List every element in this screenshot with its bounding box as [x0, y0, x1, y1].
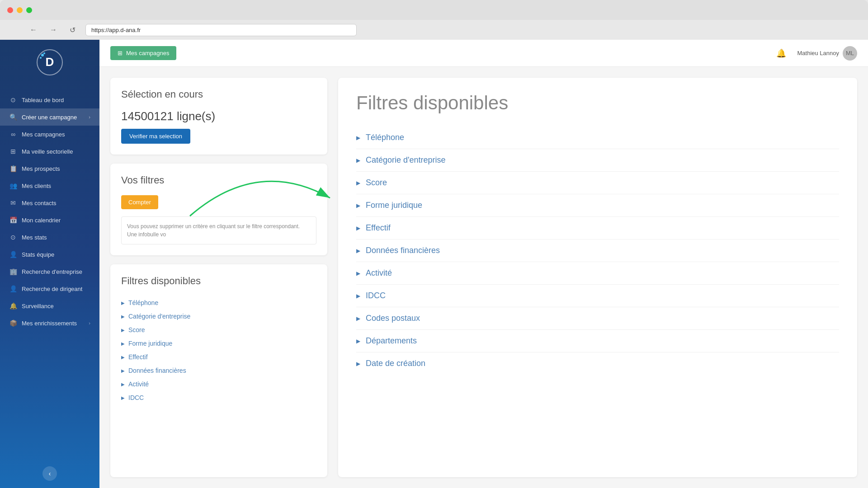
- triangle-right-icon: ▶: [121, 355, 125, 360]
- filtre-donnees-left[interactable]: ▶ Données financières: [121, 364, 316, 377]
- sidebar-item-mes-stats[interactable]: ⊙ Mes stats: [0, 229, 99, 246]
- compter-button[interactable]: Compter: [121, 195, 158, 209]
- right-filtre-label: Activité: [366, 268, 392, 278]
- right-filtre-forme[interactable]: ▶ Forme juridique: [356, 194, 839, 217]
- filtre-label: Effectif: [128, 353, 148, 361]
- triangle-right-icon: ▶: [356, 135, 360, 141]
- right-filtre-date-creation[interactable]: ▶ Date de création: [356, 352, 839, 375]
- filtres-disponibles-right: Filtres disponibles ▶ Téléphone ▶ Catégo…: [338, 78, 857, 477]
- sidebar-item-ma-veille[interactable]: ⊞ Ma veille sectorielle: [0, 143, 99, 160]
- app-container: D ⊙ Tableau de bord 🔍 Créer une campagne…: [0, 40, 868, 488]
- triangle-right-icon: ▶: [356, 361, 360, 367]
- filtre-telephone-left[interactable]: ▶ Téléphone: [121, 296, 316, 310]
- filtres-title: Vos filtres: [121, 174, 316, 186]
- filtre-label: Catégorie d'entreprise: [128, 313, 190, 320]
- right-filtre-label: Score: [366, 178, 387, 188]
- selection-card: Sélection en cours 14500121 ligne(s) Ver…: [110, 78, 327, 155]
- content-wrapper: Sélection en cours 14500121 ligne(s) Ver…: [99, 67, 868, 488]
- right-filtre-categorie[interactable]: ▶ Catégorie d'entreprise: [356, 149, 839, 172]
- right-filtre-effectif[interactable]: ▶ Effectif: [356, 217, 839, 239]
- mes-campagnes-button[interactable]: ⊞ Mes campagnes: [110, 46, 176, 60]
- sidebar-item-mon-calendrier[interactable]: 📅 Mon calendrier: [0, 211, 99, 229]
- company-icon: 🏢: [9, 268, 17, 275]
- sidebar-nav: ⊙ Tableau de bord 🔍 Créer une campagne ›…: [0, 87, 99, 459]
- sidebar-item-recherche-entreprise[interactable]: 🏢 Recherche d'entreprise: [0, 263, 99, 280]
- sidebar-item-mes-campagnes[interactable]: ∞ Mes campagnes: [0, 126, 99, 143]
- filtre-label: Forme juridique: [128, 340, 172, 347]
- sidebar-item-stats-equipe[interactable]: 👤 Stats équipe: [0, 246, 99, 263]
- verify-selection-button[interactable]: Verifier ma selection: [121, 129, 190, 144]
- collapse-sidebar-button[interactable]: ‹: [42, 466, 57, 481]
- grid-icon: ⊞: [118, 50, 123, 56]
- filtre-label: Téléphone: [128, 299, 158, 306]
- sidebar-item-recherche-dirigeant[interactable]: 👤 Recherche de dirigeant: [0, 280, 99, 297]
- mes-campagnes-label: Mes campagnes: [126, 50, 169, 56]
- filtre-score-left[interactable]: ▶ Score: [121, 323, 316, 337]
- bell-icon: 🔔: [9, 302, 17, 310]
- sidebar-item-mes-clients[interactable]: 👥 Mes clients: [0, 177, 99, 194]
- traffic-light-green[interactable]: [26, 7, 32, 13]
- sidebar-item-mes-prospects[interactable]: 📋 Mes prospects: [0, 160, 99, 177]
- filtre-categorie-left[interactable]: ▶ Catégorie d'entreprise: [121, 310, 316, 323]
- triangle-right-icon: ▶: [356, 202, 360, 209]
- filtre-idcc-left[interactable]: ▶ IDCC: [121, 391, 316, 404]
- main-content: ⊞ Mes campagnes 🔔 Mathieu Lannoy ML Séle…: [99, 40, 868, 488]
- back-button[interactable]: ←: [27, 24, 40, 36]
- triangle-right-icon: ▶: [356, 293, 360, 299]
- right-filtre-label: Catégorie d'entreprise: [366, 155, 446, 165]
- selection-title: Sélection en cours: [121, 89, 316, 100]
- sidebar-item-tableau-de-bord[interactable]: ⊙ Tableau de bord: [0, 91, 99, 108]
- sidebar-item-label: Mes clients: [22, 183, 51, 189]
- triangle-right-icon: ▶: [121, 382, 125, 387]
- right-filtre-label: Codes postaux: [366, 314, 420, 323]
- sidebar-item-label: Mes prospects: [22, 165, 60, 172]
- triangle-right-icon: ▶: [356, 315, 360, 322]
- right-filtre-label: Effectif: [366, 223, 391, 233]
- forward-button[interactable]: →: [47, 24, 60, 36]
- triangle-right-icon: ▶: [356, 180, 360, 186]
- filtre-activite-left[interactable]: ▶ Activité: [121, 377, 316, 391]
- triangle-right-icon: ▶: [121, 395, 125, 400]
- filtre-forme-left[interactable]: ▶ Forme juridique: [121, 337, 316, 350]
- right-filtre-score[interactable]: ▶ Score: [356, 172, 839, 194]
- right-filtre-idcc[interactable]: ▶ IDCC: [356, 285, 839, 307]
- traffic-light-yellow[interactable]: [17, 7, 23, 13]
- right-filtre-departements[interactable]: ▶ Départements: [356, 330, 839, 352]
- sidebar-item-creer-campagne[interactable]: 🔍 Créer une campagne ›: [0, 108, 99, 126]
- sidebar-item-label: Recherche d'entreprise: [22, 268, 82, 275]
- right-filtre-donnees[interactable]: ▶ Données financières: [356, 239, 839, 262]
- refresh-button[interactable]: ↺: [67, 24, 78, 36]
- user-menu[interactable]: Mathieu Lannoy ML: [797, 46, 857, 61]
- triangle-right-icon: ▶: [121, 341, 125, 346]
- team-icon: 👤: [9, 251, 17, 258]
- sidebar-item-label: Mon calendrier: [22, 217, 61, 224]
- triangle-right-icon: ▶: [121, 314, 125, 319]
- triangle-right-icon: ▶: [356, 338, 360, 344]
- browser-titlebar: [0, 0, 868, 20]
- filtres-disponibles-left: Filtres disponibles ▶ Téléphone ▶ Catégo…: [110, 264, 327, 477]
- sidebar-item-mes-contacts[interactable]: ✉ Mes contacts: [0, 194, 99, 211]
- sidebar-item-mes-enrichissements[interactable]: 📦 Mes enrichissements ›: [0, 314, 99, 332]
- right-filtre-codes-postaux[interactable]: ▶ Codes postaux: [356, 307, 839, 330]
- sidebar-item-label: Surveillance: [22, 303, 54, 310]
- filtres-hint: Vous pouvez supprimer un critère en cliq…: [121, 216, 316, 244]
- traffic-light-red[interactable]: [7, 7, 13, 13]
- sidebar-item-label: Mes contacts: [22, 200, 57, 206]
- notification-bell-icon[interactable]: 🔔: [776, 48, 786, 58]
- browser-addressbar: ← → ↺: [0, 20, 868, 40]
- sidebar-item-label: Mes stats: [22, 234, 47, 241]
- sidebar-item-label: Ma veille sectorielle: [22, 148, 73, 155]
- filtre-label: Activité: [128, 380, 149, 388]
- filtre-effectif-left[interactable]: ▶ Effectif: [121, 350, 316, 364]
- sidebar-logo: D: [0, 40, 99, 87]
- right-filtre-telephone[interactable]: ▶ Téléphone: [356, 127, 839, 149]
- right-filtre-label: Téléphone: [366, 133, 404, 142]
- ligne-count: 14500121 ligne(s): [121, 109, 316, 123]
- svg-point-4: [43, 52, 45, 54]
- svg-text:D: D: [46, 55, 54, 69]
- sidebar-item-label: Tableau de bord: [22, 97, 64, 103]
- url-bar[interactable]: [85, 24, 357, 36]
- campagnes-icon: ∞: [9, 131, 17, 138]
- sidebar-item-surveillance[interactable]: 🔔 Surveillance: [0, 297, 99, 314]
- right-filtre-activite[interactable]: ▶ Activité: [356, 262, 839, 285]
